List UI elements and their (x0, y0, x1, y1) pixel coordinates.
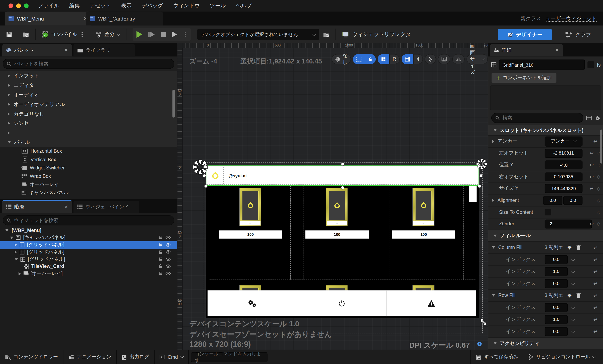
tree-row-grid-panel-3[interactable]: [グリッドパネル] (0, 256, 177, 263)
section-fill-rules[interactable]: フィル ルール (488, 230, 603, 241)
palette-cat-audiomaterial[interactable]: オーディオマテリアル (0, 100, 177, 109)
reset-button[interactable]: ↩ (589, 186, 594, 192)
section-accessibility[interactable]: アクセシビリティ (488, 338, 603, 350)
expand-arrow-icon[interactable] (492, 140, 494, 143)
tree-row-tileview-card[interactable]: TileView_Card (0, 263, 177, 270)
eye-icon[interactable] (165, 235, 171, 240)
trash-icon[interactable] (576, 293, 581, 298)
lock-widget-toggle[interactable] (365, 54, 376, 64)
add-element-icon[interactable]: ⊕ (567, 292, 572, 299)
debug-object-dropdown[interactable]: デバッグオブジェクトが選択されていません (197, 29, 319, 40)
preview-background-button[interactable] (438, 54, 450, 64)
diff-button[interactable]: 差分 (95, 31, 120, 38)
expand-arrow-icon[interactable] (492, 199, 494, 202)
respect-locks-toggle[interactable] (378, 54, 389, 64)
palette-item-horizontal-box[interactable]: Horizontal Box (0, 147, 177, 155)
resize-handle[interactable] (478, 185, 481, 188)
console-command-input[interactable]: コンソールコマンドを入力します (191, 352, 267, 362)
settings-cell[interactable] (208, 290, 297, 316)
close-icon[interactable]: ✕ (64, 47, 68, 53)
unlock-icon[interactable] (159, 250, 162, 254)
resize-handle[interactable] (341, 162, 344, 166)
bind-diamond-icon[interactable]: ◇ (597, 174, 600, 179)
widget-name-input[interactable]: GridPanel_310 (499, 59, 585, 70)
menu-view[interactable]: 表示 (121, 2, 132, 9)
warning-cell[interactable] (387, 290, 476, 316)
section-slot[interactable]: スロット (キャンバスパネルスロット) (488, 125, 603, 136)
details-search-input[interactable]: 検索 (491, 113, 583, 123)
designer-viewport[interactable]: 0 500 1000 1500 200 500 0 500 1000 ズーム -… (177, 43, 488, 350)
anchor-gizmo-icon[interactable] (192, 159, 209, 175)
unlock-icon[interactable] (159, 264, 162, 269)
zorder-input[interactable]: 2 (545, 220, 592, 228)
palette-cat-audio[interactable]: オーディオ (0, 90, 177, 99)
selected-header-bar[interactable]: @syui.ai (206, 165, 479, 186)
tree-row-canvas-panel[interactable]: [キャンバスパネル] (0, 234, 177, 241)
add-component-button[interactable]: + コンポーネントを追加 (491, 73, 557, 83)
power-cell[interactable] (297, 290, 387, 316)
animation-button[interactable]: アニメーション (63, 350, 117, 364)
resize-corner-icon[interactable] (481, 319, 487, 325)
tab-hierarchy[interactable]: 階層 ✕ (2, 200, 72, 213)
details-scrollbar[interactable] (600, 129, 602, 163)
tree-row-grid-panel-selected[interactable]: [グリッドパネル] (0, 241, 177, 248)
palette-item-overlay[interactable]: オーバーレイ (0, 180, 177, 188)
reset-button[interactable]: ↩ (589, 221, 594, 227)
trash-icon[interactable] (576, 245, 581, 250)
minimize-window-button[interactable] (16, 4, 21, 8)
tab-details[interactable]: 詳細 ✕ (490, 44, 563, 56)
reset-button[interactable]: ↩ (593, 245, 598, 250)
menu-debug[interactable]: デバッグ (142, 2, 163, 9)
unlock-icon[interactable] (159, 235, 162, 240)
unlock-icon[interactable] (159, 257, 162, 262)
eye-icon[interactable] (165, 243, 171, 247)
resize-handle[interactable] (341, 186, 344, 189)
chevron-down-icon[interactable] (571, 317, 575, 321)
alignment-y-input[interactable]: 0.0 (563, 196, 582, 205)
reset-button[interactable]: ↩ (593, 269, 598, 274)
browse-asset-button[interactable] (23, 31, 29, 38)
frame-skip-button[interactable] (148, 32, 154, 37)
select-mode-button[interactable] (425, 54, 436, 64)
palette-cat-other[interactable] (0, 128, 177, 138)
eye-icon[interactable] (165, 264, 171, 269)
unlock-icon[interactable] (159, 271, 162, 276)
resize-handle[interactable] (479, 174, 483, 178)
chevron-down-icon[interactable] (571, 281, 575, 285)
card-entry-2[interactable]: ◦◦◦ (326, 188, 348, 226)
palette-scrollbar[interactable] (172, 90, 175, 117)
chevron-down-icon[interactable] (571, 269, 575, 273)
tab-widget-bind[interactable]: ウィジェ...バインド (73, 201, 139, 213)
collapse-arrow-icon[interactable] (492, 294, 495, 297)
reset-button[interactable]: ↩ (589, 162, 594, 168)
reset-button[interactable]: ↩ (593, 305, 598, 310)
palette-item-widget-switcher[interactable]: Widget Switcher (0, 164, 177, 172)
play-options-icon[interactable] (185, 32, 186, 37)
close-icon[interactable]: ✕ (64, 204, 68, 210)
card-entry-3[interactable]: ◦◦◦ (413, 188, 434, 226)
compile-button[interactable]: ✓ コンパイル (42, 31, 84, 38)
eye-icon[interactable] (165, 271, 171, 276)
palette-item-wrap-box[interactable]: Wrap Box (0, 172, 177, 180)
palette-cat-input[interactable]: インプット (0, 71, 177, 81)
play-button[interactable] (136, 31, 142, 38)
add-element-icon[interactable]: ⊕ (567, 244, 572, 251)
save-button[interactable] (6, 31, 12, 38)
reset-button[interactable]: ↩ (593, 293, 598, 298)
index-input[interactable]: 0.0 (545, 279, 568, 288)
stop-button[interactable] (161, 32, 166, 37)
reset-button[interactable]: ↩ (589, 174, 594, 180)
size-to-content-checkbox[interactable] (545, 209, 551, 215)
tree-row-wbp-menu[interactable]: [WBP_Menu] (0, 227, 177, 234)
localization-preview-button[interactable]: なし (332, 54, 351, 64)
size-y-input[interactable]: 146.449829 (545, 184, 582, 193)
revision-control-button[interactable]: リビジョンコントロール (523, 350, 601, 364)
eye-icon[interactable] (165, 250, 171, 254)
unlock-icon[interactable] (159, 243, 162, 247)
tab-library[interactable]: ライブラリ (73, 44, 135, 56)
design-surface[interactable]: ◦◦◦ ◦◦◦ ◦◦◦ 100 100 100 (206, 186, 479, 318)
card-entry-1[interactable]: ◦◦◦ (240, 188, 261, 226)
close-window-button[interactable] (9, 4, 13, 8)
left-offset-input[interactable]: -2.810811 (545, 149, 582, 157)
reset-button[interactable]: ↩ (593, 257, 598, 262)
